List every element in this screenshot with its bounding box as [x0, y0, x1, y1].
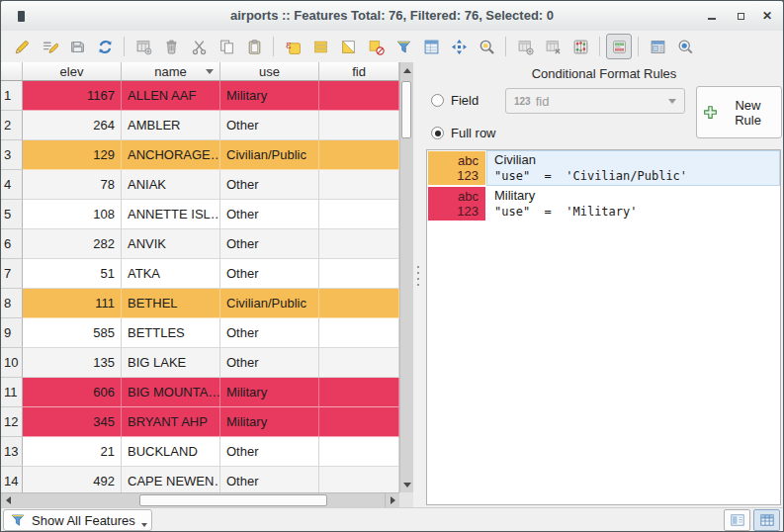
close-button[interactable]: ✕ — [753, 1, 781, 31]
cell-elev[interactable]: 282 — [23, 229, 122, 259]
cell-use[interactable]: Other — [220, 318, 319, 348]
vertical-scrollbar-thumb[interactable] — [401, 81, 411, 138]
cell-name[interactable]: BETHEL — [122, 289, 220, 318]
radio-icon[interactable] — [431, 127, 444, 139]
rule-swatch[interactable]: abc123 — [428, 187, 485, 221]
move-selection-to-top-button[interactable] — [418, 34, 444, 59]
table-row[interactable]: 751ATKAOther — [1, 259, 399, 289]
cell-use[interactable]: Military — [220, 81, 319, 111]
horizontal-scrollbar[interactable] — [1, 492, 399, 507]
vertical-scrollbar[interactable] — [399, 62, 413, 492]
full-row-radio[interactable]: Full row — [431, 126, 496, 140]
cell-use[interactable]: Military — [220, 378, 319, 407]
rule-item[interactable]: abc123Civilian"use" = 'Civilian/Public' — [427, 150, 780, 186]
deselect-all-button[interactable] — [363, 34, 389, 59]
zoom-to-selected-button[interactable] — [474, 34, 499, 59]
cell-name[interactable]: ANNETTE ISL… — [122, 200, 220, 229]
cell-name[interactable]: BETTLES — [122, 318, 220, 348]
table-row[interactable]: 12345BRYANT AHPMilitary — [1, 407, 399, 437]
cell-fid[interactable] — [319, 407, 399, 437]
field-select[interactable]: 123 fid — [505, 88, 685, 114]
cell-use[interactable]: Other — [220, 170, 319, 200]
scroll-up-arrow[interactable] — [400, 63, 413, 77]
table-view-button[interactable] — [753, 509, 780, 531]
cell-elev[interactable]: 264 — [23, 111, 122, 140]
column-header-use[interactable]: use — [220, 62, 319, 81]
radio-icon[interactable] — [431, 94, 444, 107]
delete-selected-button[interactable] — [158, 34, 184, 59]
cut-button[interactable] — [186, 34, 212, 59]
cell-elev[interactable]: 21 — [23, 437, 122, 467]
cell-name[interactable]: BUCKLAND — [122, 437, 220, 467]
row-number-cell[interactable]: 12 — [1, 407, 23, 437]
cell-name[interactable]: CAPE NEWEN… — [122, 467, 220, 492]
field-calculator-button[interactable] — [567, 34, 593, 59]
cell-fid[interactable] — [319, 170, 399, 200]
select-all-button[interactable] — [307, 34, 333, 59]
cell-elev[interactable]: 129 — [23, 140, 122, 170]
cell-fid[interactable] — [319, 200, 399, 229]
cell-use[interactable]: Other — [220, 200, 319, 229]
table-row[interactable]: 6282ANVIKOther — [1, 229, 399, 259]
add-feature-button[interactable] — [131, 34, 156, 59]
pan-to-selected-button[interactable] — [446, 34, 472, 59]
cell-use[interactable]: Other — [220, 437, 319, 467]
column-header-fid[interactable]: fid — [319, 62, 399, 81]
multi-edit-button[interactable] — [37, 34, 62, 59]
cell-elev[interactable]: 345 — [23, 407, 122, 437]
form-view-button[interactable] — [724, 509, 750, 531]
row-number-cell[interactable]: 13 — [1, 437, 23, 467]
scroll-down-arrow[interactable] — [400, 478, 413, 491]
row-number-cell[interactable]: 3 — [1, 140, 23, 170]
cell-name[interactable]: BIG MOUNTA… — [122, 378, 220, 407]
cell-use[interactable]: Other — [220, 259, 319, 289]
cell-name[interactable]: ATKA — [122, 259, 220, 289]
invert-selection-button[interactable] — [335, 34, 361, 59]
cell-fid[interactable] — [319, 259, 399, 289]
cell-elev[interactable]: 111 — [23, 289, 122, 318]
cell-use[interactable]: Other — [220, 467, 319, 492]
cell-fid[interactable] — [319, 140, 399, 170]
cell-elev[interactable]: 606 — [23, 378, 122, 407]
new-rule-button[interactable]: New Rule — [696, 86, 782, 138]
cell-name[interactable]: BRYANT AHP — [122, 407, 220, 437]
cell-fid[interactable] — [319, 81, 399, 111]
cell-fid[interactable] — [319, 467, 399, 492]
table-row[interactable]: 10135BIG LAKEOther — [1, 348, 399, 378]
table-row[interactable]: 1321BUCKLANDOther — [1, 437, 399, 467]
conditional-formatting-button[interactable] — [606, 34, 632, 59]
select-by-expression-button[interactable]: ε — [280, 34, 305, 59]
row-number-cell[interactable]: 9 — [1, 318, 23, 348]
cell-use[interactable]: Other — [220, 229, 319, 259]
row-number-cell[interactable]: 7 — [1, 259, 23, 289]
cell-name[interactable]: ANVIK — [122, 229, 220, 259]
row-number-cell[interactable]: 1 — [1, 81, 23, 111]
cell-fid[interactable] — [319, 289, 399, 318]
select-by-form-button[interactable] — [391, 34, 416, 59]
cell-use[interactable]: Other — [220, 111, 319, 140]
row-number-cell[interactable]: 11 — [1, 378, 23, 407]
cell-elev[interactable]: 585 — [23, 318, 122, 348]
cell-name[interactable]: ANCHORAGE… — [122, 140, 220, 170]
table-row[interactable]: 14492CAPE NEWEN…Other — [1, 467, 399, 492]
panel-splitter[interactable] — [413, 62, 423, 507]
cell-use[interactable]: Civilian/Public — [220, 289, 319, 318]
cell-name[interactable]: BIG LAKE — [122, 348, 220, 378]
dock-table-button[interactable] — [645, 34, 670, 59]
cell-use[interactable]: Military — [220, 407, 319, 437]
cell-fid[interactable] — [319, 348, 399, 378]
rule-item[interactable]: abc123Military"use" = 'Military' — [427, 186, 780, 222]
cell-fid[interactable] — [319, 437, 399, 467]
cell-name[interactable]: ANIAK — [122, 170, 220, 200]
scroll-left-arrow[interactable] — [1, 493, 15, 507]
cell-fid[interactable] — [319, 111, 399, 140]
row-number-cell[interactable]: 4 — [1, 170, 23, 200]
cell-use[interactable]: Other — [220, 348, 319, 378]
table-row[interactable]: 9585BETTLESOther — [1, 318, 399, 348]
column-header-name[interactable]: name — [122, 62, 220, 81]
field-radio[interactable]: Field — [431, 93, 479, 108]
minimize-button[interactable] — [698, 1, 726, 31]
cell-elev[interactable]: 78 — [23, 170, 122, 200]
row-number-cell[interactable]: 14 — [1, 467, 23, 492]
row-number-cell[interactable]: 6 — [1, 229, 23, 259]
